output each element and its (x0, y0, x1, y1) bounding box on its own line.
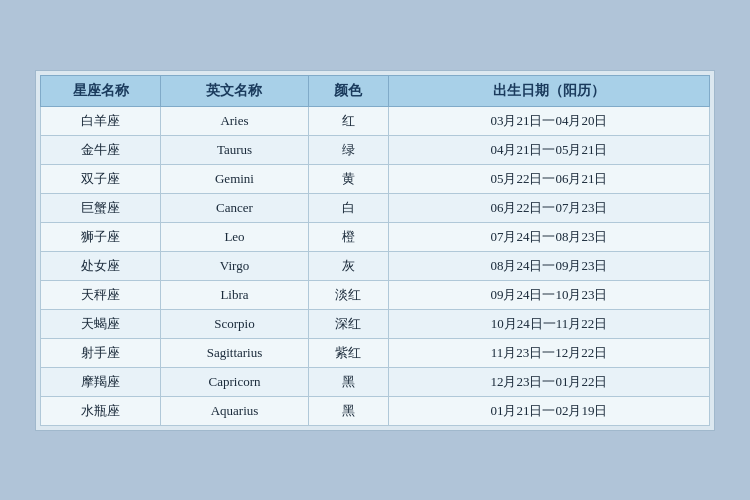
cell-date: 09月24日一10月23日 (388, 280, 709, 309)
cell-date: 11月23日一12月22日 (388, 338, 709, 367)
cell-english: Scorpio (161, 309, 308, 338)
cell-english: Aries (161, 106, 308, 135)
cell-date: 06月22日一07月23日 (388, 193, 709, 222)
cell-color: 黑 (308, 396, 388, 425)
cell-color: 橙 (308, 222, 388, 251)
table-row: 巨蟹座Cancer白06月22日一07月23日 (41, 193, 710, 222)
cell-chinese: 天秤座 (41, 280, 161, 309)
cell-chinese: 天蝎座 (41, 309, 161, 338)
table-body: 白羊座Aries红03月21日一04月20日金牛座Taurus绿04月21日一0… (41, 106, 710, 425)
header-english: 英文名称 (161, 75, 308, 106)
cell-color: 深红 (308, 309, 388, 338)
zodiac-table: 星座名称 英文名称 颜色 出生日期（阳历） 白羊座Aries红03月21日一04… (40, 75, 710, 426)
cell-date: 05月22日一06月21日 (388, 164, 709, 193)
table-row: 摩羯座Capricorn黑12月23日一01月22日 (41, 367, 710, 396)
cell-color: 黄 (308, 164, 388, 193)
cell-chinese: 处女座 (41, 251, 161, 280)
table-row: 金牛座Taurus绿04月21日一05月21日 (41, 135, 710, 164)
header-color: 颜色 (308, 75, 388, 106)
cell-date: 08月24日一09月23日 (388, 251, 709, 280)
cell-chinese: 双子座 (41, 164, 161, 193)
header-date: 出生日期（阳历） (388, 75, 709, 106)
table-row: 射手座Sagittarius紫红11月23日一12月22日 (41, 338, 710, 367)
cell-chinese: 水瓶座 (41, 396, 161, 425)
cell-date: 03月21日一04月20日 (388, 106, 709, 135)
table-row: 狮子座Leo橙07月24日一08月23日 (41, 222, 710, 251)
cell-english: Sagittarius (161, 338, 308, 367)
table-row: 处女座Virgo灰08月24日一09月23日 (41, 251, 710, 280)
cell-english: Aquarius (161, 396, 308, 425)
cell-color: 黑 (308, 367, 388, 396)
cell-chinese: 金牛座 (41, 135, 161, 164)
cell-color: 淡红 (308, 280, 388, 309)
cell-color: 绿 (308, 135, 388, 164)
cell-chinese: 狮子座 (41, 222, 161, 251)
table-row: 双子座Gemini黄05月22日一06月21日 (41, 164, 710, 193)
table-row: 天蝎座Scorpio深红10月24日一11月22日 (41, 309, 710, 338)
cell-english: Taurus (161, 135, 308, 164)
cell-english: Libra (161, 280, 308, 309)
cell-date: 10月24日一11月22日 (388, 309, 709, 338)
cell-date: 01月21日一02月19日 (388, 396, 709, 425)
cell-chinese: 巨蟹座 (41, 193, 161, 222)
cell-color: 灰 (308, 251, 388, 280)
table-header-row: 星座名称 英文名称 颜色 出生日期（阳历） (41, 75, 710, 106)
cell-date: 07月24日一08月23日 (388, 222, 709, 251)
cell-chinese: 白羊座 (41, 106, 161, 135)
cell-english: Capricorn (161, 367, 308, 396)
cell-date: 12月23日一01月22日 (388, 367, 709, 396)
table-row: 水瓶座Aquarius黑01月21日一02月19日 (41, 396, 710, 425)
cell-chinese: 射手座 (41, 338, 161, 367)
cell-color: 紫红 (308, 338, 388, 367)
zodiac-table-container: 星座名称 英文名称 颜色 出生日期（阳历） 白羊座Aries红03月21日一04… (35, 70, 715, 431)
cell-english: Gemini (161, 164, 308, 193)
cell-chinese: 摩羯座 (41, 367, 161, 396)
header-chinese: 星座名称 (41, 75, 161, 106)
cell-date: 04月21日一05月21日 (388, 135, 709, 164)
table-row: 白羊座Aries红03月21日一04月20日 (41, 106, 710, 135)
cell-english: Leo (161, 222, 308, 251)
cell-english: Cancer (161, 193, 308, 222)
table-row: 天秤座Libra淡红09月24日一10月23日 (41, 280, 710, 309)
cell-color: 白 (308, 193, 388, 222)
cell-color: 红 (308, 106, 388, 135)
cell-english: Virgo (161, 251, 308, 280)
